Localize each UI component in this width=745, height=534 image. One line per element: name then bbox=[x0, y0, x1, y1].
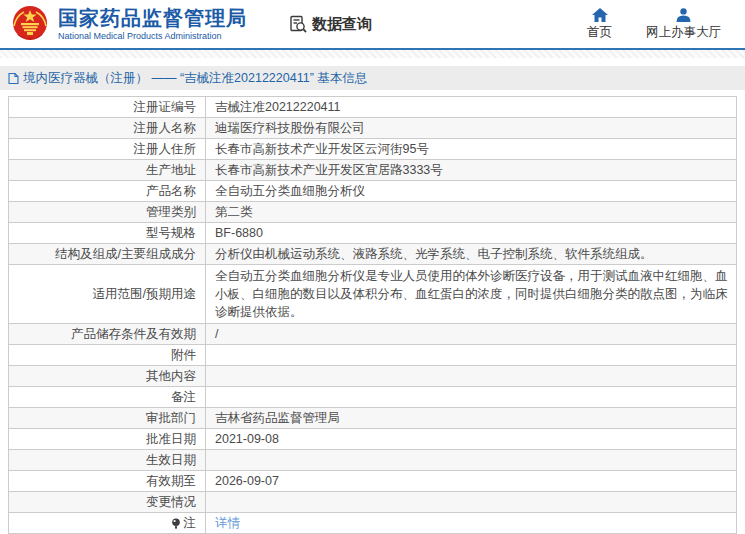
row-label-text: 注册人名称 bbox=[134, 118, 197, 138]
row-value: 长春市高新技术产业开发区云河街95号 bbox=[206, 139, 736, 159]
agency-title: 国家药品监督管理局 bbox=[58, 7, 247, 29]
row-label-text: 审批部门 bbox=[146, 408, 196, 428]
row-label-text: 生效日期 bbox=[146, 450, 196, 470]
row-value: 2026-09-07 bbox=[206, 471, 736, 491]
row-label-text: 适用范围/预期用途 bbox=[93, 284, 196, 304]
row-value: 第二类 bbox=[206, 202, 736, 222]
home-icon bbox=[592, 8, 608, 22]
nav-home-label: 首页 bbox=[587, 24, 612, 41]
agency-subtitle: National Medical Products Administration bbox=[58, 32, 247, 42]
row-label: 型号规格 bbox=[9, 223, 206, 243]
row-value: 迪瑞医疗科技股份有限公司 bbox=[206, 118, 736, 138]
table-row: 注册证编号吉械注准20212220411 bbox=[9, 97, 736, 118]
table-row: 管理类别第二类 bbox=[9, 202, 736, 223]
row-label-text: 其他内容 bbox=[146, 366, 196, 386]
row-label: 注册人名称 bbox=[9, 118, 206, 138]
table-row: 结构及组成/主要组成成分分析仪由机械运动系统、液路系统、光学系统、电子控制系统、… bbox=[9, 244, 736, 265]
table-row: 产品名称全自动五分类血细胞分析仪 bbox=[9, 181, 736, 202]
table-row: 适用范围/预期用途全自动五分类血细胞分析仪是专业人员使用的体外诊断医疗设备，用于… bbox=[9, 265, 736, 324]
row-label-text: 备注 bbox=[171, 387, 196, 407]
row-label-text: 结构及组成/主要组成成分 bbox=[55, 244, 196, 264]
page-title: 境内医疗器械（注册） —— “吉械注准20212220411” 基本信息 bbox=[23, 70, 367, 87]
row-value bbox=[206, 450, 736, 470]
row-value bbox=[206, 387, 736, 407]
row-value: 分析仪由机械运动系统、液路系统、光学系统、电子控制系统、软件系统组成。 bbox=[206, 244, 736, 264]
table-row: 审批部门吉林省药品监督管理局 bbox=[9, 408, 736, 429]
nav-data-query[interactable]: 数据查询 bbox=[289, 15, 372, 34]
row-label: 生产地址 bbox=[9, 160, 206, 180]
row-value: BF-6880 bbox=[206, 223, 736, 243]
row-label-text: 批准日期 bbox=[146, 429, 196, 449]
row-value: 全自动五分类血细胞分析仪是专业人员使用的体外诊断医疗设备，用于测试血液中红细胞、… bbox=[206, 265, 736, 323]
row-value: 详情 bbox=[206, 513, 736, 533]
row-value: 2021-09-08 bbox=[206, 429, 736, 449]
row-label-text: 变更情况 bbox=[146, 492, 196, 512]
row-label: 注册人住所 bbox=[9, 139, 206, 159]
row-label-text: 产品储存条件及有效期 bbox=[71, 324, 196, 344]
nav-service-hall-label: 网上办事大厅 bbox=[646, 24, 721, 41]
nav-data-query-label: 数据查询 bbox=[312, 15, 372, 34]
row-label: 注 bbox=[9, 513, 206, 533]
table-row: 注册人住所长春市高新技术产业开发区云河街95号 bbox=[9, 139, 736, 160]
row-label-text: 生产地址 bbox=[146, 160, 196, 180]
row-label-text: 注 bbox=[184, 513, 197, 533]
row-label-text: 注册证编号 bbox=[134, 97, 197, 117]
agency-logo[interactable]: 国家药品监督管理局 National Medical Products Admi… bbox=[10, 4, 247, 44]
note-bulb-icon bbox=[171, 518, 181, 529]
breadcrumb: 境内医疗器械（注册） —— “吉械注准20212220411” 基本信息 bbox=[0, 66, 745, 90]
data-query-icon bbox=[289, 15, 308, 34]
table-row: 附件 bbox=[9, 345, 736, 366]
table-row: 其他内容 bbox=[9, 366, 736, 387]
table-row: 型号规格BF-6880 bbox=[9, 223, 736, 244]
national-emblem-icon bbox=[10, 4, 50, 44]
row-label-text: 管理类别 bbox=[146, 202, 196, 222]
row-value bbox=[206, 366, 736, 386]
nav-home[interactable]: 首页 bbox=[587, 8, 612, 41]
table-row: 生效日期 bbox=[9, 450, 736, 471]
table-row: 注详情 bbox=[9, 513, 736, 534]
row-value: 吉林省药品监督管理局 bbox=[206, 408, 736, 428]
table-row: 产品储存条件及有效期/ bbox=[9, 324, 736, 345]
row-value: 全自动五分类血细胞分析仪 bbox=[206, 181, 736, 201]
row-label: 产品储存条件及有效期 bbox=[9, 324, 206, 344]
table-row: 变更情况 bbox=[9, 492, 736, 513]
row-label: 生效日期 bbox=[9, 450, 206, 470]
row-label: 管理类别 bbox=[9, 202, 206, 222]
table-row: 生产地址长春市高新技术产业开发区宜居路3333号 bbox=[9, 160, 736, 181]
row-label-text: 注册人住所 bbox=[134, 139, 197, 159]
row-label: 产品名称 bbox=[9, 181, 206, 201]
row-value bbox=[206, 345, 736, 365]
row-value: / bbox=[206, 324, 736, 344]
site-header: 国家药品监督管理局 National Medical Products Admi… bbox=[0, 0, 745, 50]
row-label: 其他内容 bbox=[9, 366, 206, 386]
row-label: 变更情况 bbox=[9, 492, 206, 512]
row-label: 批准日期 bbox=[9, 429, 206, 449]
row-label: 有效期至 bbox=[9, 471, 206, 491]
decorative-strip bbox=[0, 50, 745, 58]
document-icon bbox=[8, 72, 19, 85]
row-value bbox=[206, 492, 736, 512]
table-row: 有效期至2026-09-07 bbox=[9, 471, 736, 492]
row-label: 附件 bbox=[9, 345, 206, 365]
row-label: 备注 bbox=[9, 387, 206, 407]
registration-info-table: 注册证编号吉械注准20212220411注册人名称迪瑞医疗科技股份有限公司注册人… bbox=[8, 96, 737, 534]
table-row: 备注 bbox=[9, 387, 736, 408]
row-label: 注册证编号 bbox=[9, 97, 206, 117]
table-row: 批准日期2021-09-08 bbox=[9, 429, 736, 450]
row-value: 吉械注准20212220411 bbox=[206, 97, 736, 117]
row-value: 长春市高新技术产业开发区宜居路3333号 bbox=[206, 160, 736, 180]
row-label-text: 附件 bbox=[171, 345, 196, 365]
detail-link[interactable]: 详情 bbox=[215, 513, 240, 533]
row-label: 适用范围/预期用途 bbox=[9, 265, 206, 323]
row-label-text: 有效期至 bbox=[146, 471, 196, 491]
row-label: 结构及组成/主要组成成分 bbox=[9, 244, 206, 264]
nav-service-hall[interactable]: 网上办事大厅 bbox=[646, 8, 721, 41]
row-label-text: 型号规格 bbox=[146, 223, 196, 243]
table-row: 注册人名称迪瑞医疗科技股份有限公司 bbox=[9, 118, 736, 139]
user-icon bbox=[676, 8, 691, 22]
row-label: 审批部门 bbox=[9, 408, 206, 428]
row-label-text: 产品名称 bbox=[146, 181, 196, 201]
